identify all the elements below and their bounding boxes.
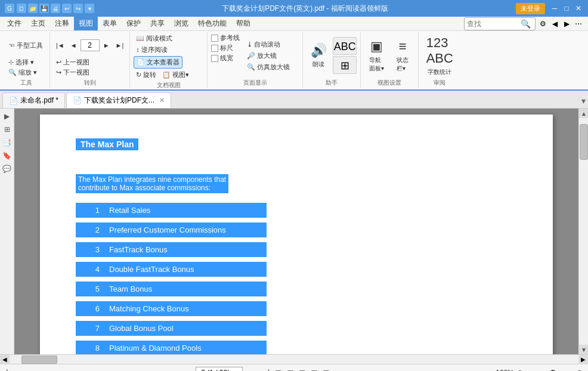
sidebar-bookmark-icon[interactable]: 🔖: [2, 150, 13, 161]
main-area: ▶ ⊞ 📑 🔖 💬 The Max Plan The Max Plan inte…: [0, 109, 588, 354]
menu-protect[interactable]: 保护: [122, 17, 146, 30]
list-num-7: 7: [82, 324, 100, 333]
menu-features[interactable]: 特色功能: [193, 17, 231, 30]
search-input[interactable]: [467, 20, 521, 28]
horizontal-scroll-thumb[interactable]: [21, 355, 57, 364]
next-page-button[interactable]: ►: [101, 41, 112, 50]
scroll-down-arrow[interactable]: ▼: [579, 345, 588, 354]
linewidth-checkbox[interactable]: [211, 55, 218, 62]
ribbon-tools-row: ☜ 手型工具: [6, 33, 46, 57]
print-icon[interactable]: 🖨: [51, 4, 60, 13]
nav-back-icon[interactable]: ◀: [550, 19, 559, 29]
sidebar-comment-icon[interactable]: 💬: [2, 163, 13, 174]
prev-view-button[interactable]: ↩ 上一视图: [54, 57, 92, 67]
last-page-button[interactable]: ►|: [113, 41, 126, 50]
guideline-checkbox[interactable]: [211, 35, 218, 42]
menu-file[interactable]: 文件: [2, 17, 26, 30]
zoom-in-button[interactable]: ⊕: [576, 368, 583, 372]
next-page-nav-button[interactable]: ►: [245, 368, 256, 372]
horizontal-scroll-track[interactable]: [10, 355, 578, 364]
title-bar: G 🗋 📁 💾 🖨 ↩ ↪ ▾ 下载奖金计划PDF文件(英文).pdf - 福昕…: [0, 0, 588, 17]
sidebar-page-icon[interactable]: ⊞: [2, 124, 13, 135]
read-mode-button[interactable]: 📖 阅读模式: [134, 33, 175, 44]
read-aloud-button[interactable]: 🔊 朗读: [307, 35, 330, 76]
menu-help[interactable]: 帮助: [231, 17, 255, 30]
maximize-button[interactable]: □: [562, 4, 571, 13]
list-label-8: Platinum & Diamond Pools: [109, 344, 202, 353]
tabs-scroll-arrow[interactable]: ▾: [581, 96, 586, 106]
more-icon[interactable]: ▾: [85, 4, 94, 13]
menu-form[interactable]: 表单: [98, 17, 122, 30]
scroll-track[interactable]: [579, 118, 588, 345]
app-logo[interactable]: G: [5, 4, 14, 13]
right-scrollbar[interactable]: ▲ ▼: [578, 109, 588, 354]
auto-scroll-button[interactable]: ⤓ 自动滚动: [245, 39, 292, 50]
scroll-up-arrow[interactable]: ▲: [579, 109, 588, 118]
reverse-read-button[interactable]: ↕ 逆序阅读: [134, 45, 170, 55]
zoom-glass-button[interactable]: 🔎 放大镜: [245, 51, 292, 61]
list-item-1: 1 Retail Sales: [76, 203, 267, 218]
next-view-button[interactable]: ↪ 下一视图: [54, 67, 92, 78]
sidebar-nav-icon[interactable]: ▶: [2, 111, 13, 122]
menu-share[interactable]: 共享: [146, 17, 169, 30]
undo-icon[interactable]: ↩: [62, 4, 72, 13]
first-page-button[interactable]: |◄: [54, 41, 67, 50]
tab-download[interactable]: 📄 下载奖金计划PDF文... ✕: [66, 92, 171, 108]
last-page-nav-button[interactable]: ►|: [258, 368, 271, 372]
first-page-nav-button[interactable]: |◄: [5, 368, 18, 372]
hand-tool-button[interactable]: ☜ 手型工具: [6, 41, 45, 51]
prev-page-nav-button[interactable]: ◄: [20, 368, 31, 372]
sidebar-layer-icon[interactable]: 📑: [2, 137, 13, 148]
status-fit1-icon[interactable]: ⊡: [298, 368, 307, 372]
page-select[interactable]: 2 (1 / 20): [196, 367, 243, 372]
pdf-viewport[interactable]: The Max Plan The Max Plan integrates nin…: [14, 109, 578, 354]
menu-home[interactable]: 主页: [26, 17, 50, 30]
open-icon[interactable]: 📁: [28, 4, 38, 13]
menu-browse[interactable]: 浏览: [169, 17, 193, 30]
save-icon[interactable]: 💾: [39, 4, 49, 13]
guideline-checkbox-row[interactable]: 参考线: [211, 33, 240, 42]
expand-icon[interactable]: ⋯: [574, 19, 583, 29]
page-number-input[interactable]: [81, 39, 100, 51]
scroll-left-arrow[interactable]: ◀: [0, 355, 10, 364]
scroll-thumb[interactable]: [580, 124, 588, 160]
pdf-intro-text: The Max Plan integrates nine components …: [76, 174, 228, 193]
status-copy2-icon[interactable]: ⊟: [286, 368, 295, 372]
menu-view[interactable]: 视图: [74, 17, 98, 30]
menu-comment[interactable]: 注释: [50, 17, 74, 30]
redo-icon[interactable]: ↪: [73, 4, 83, 13]
nav-panel-button[interactable]: ▣ 导航面板▾: [364, 35, 388, 76]
status-fit2-icon[interactable]: ⊠: [310, 368, 319, 372]
search-box[interactable]: 🔍: [464, 17, 536, 30]
pagedisplay-group-label: 页面显示: [211, 78, 299, 87]
zoom-out-button[interactable]: ⊖: [516, 368, 524, 372]
list-num-1: 1: [82, 206, 100, 215]
rotate-button[interactable]: ↻ 旋转: [134, 70, 159, 80]
close-button[interactable]: ✕: [574, 4, 583, 13]
window-controls: ─ □ ✕: [550, 4, 583, 13]
tab-close-button[interactable]: ✕: [159, 97, 165, 104]
status-bar-button[interactable]: ≡ 状态栏▾: [391, 35, 414, 76]
tab-unnamed[interactable]: 📄 未命名.pdf *: [2, 92, 65, 108]
ruler-checkbox[interactable]: [211, 45, 218, 52]
text-viewer-button[interactable]: 📄 文本查看器: [134, 56, 182, 69]
linewidth-checkbox-row[interactable]: 线宽: [211, 54, 240, 63]
zoom-button[interactable]: 🔍 缩放 ▾: [6, 67, 39, 78]
status-fit3-icon[interactable]: ⊟: [321, 368, 331, 372]
ruler-checkbox-row[interactable]: 标尺: [211, 44, 240, 52]
minimize-button[interactable]: ─: [550, 4, 559, 13]
status-copy1-icon[interactable]: ⊞: [274, 368, 283, 372]
fake-zoom-button[interactable]: 🔍 仿真放大镜: [245, 62, 292, 72]
search-icon[interactable]: 🔍: [521, 19, 531, 29]
prev-page-button[interactable]: ◄: [68, 41, 79, 50]
login-button[interactable]: 未登录: [516, 3, 545, 14]
select-button[interactable]: ⊹ 选择 ▾: [6, 57, 36, 67]
view-dropdown-button[interactable]: 📋 视图▾: [160, 70, 191, 80]
scroll-right-arrow[interactable]: ▶: [578, 355, 588, 364]
new-icon[interactable]: 🗋: [17, 4, 26, 13]
nav-forward-icon[interactable]: ▶: [562, 19, 571, 29]
word-count-button[interactable]: 123ABC 字数统计: [423, 35, 456, 76]
horizontal-scrollbar[interactable]: ◀ ▶: [0, 354, 588, 364]
settings-icon[interactable]: ⚙: [538, 19, 547, 29]
ribbon-group-pagedisplay: 参考线 标尺 线宽 ⤓ 自动滚动 🔎 放大镜 🔍 仿真放大镜 页面显示: [208, 32, 303, 88]
